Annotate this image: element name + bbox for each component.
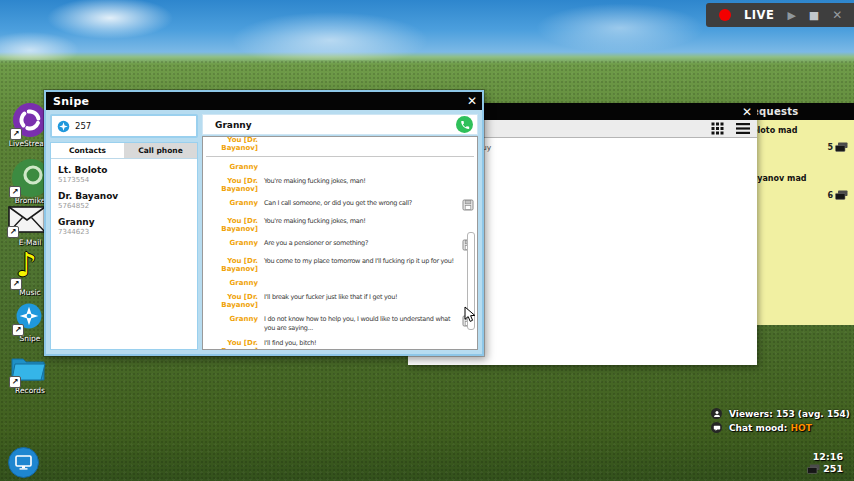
music-note-icon: ♪ — [16, 248, 37, 281]
message-sender: You [Dr. Bayanov] — [206, 136, 258, 152]
message-text: Are you a pensioner or something? — [258, 239, 458, 251]
message-sender: You [Dr. Bayanov] — [206, 217, 258, 233]
message-text: I'll break your fucker just like that if… — [258, 293, 458, 309]
request-item: Boloto mad5 — [740, 124, 854, 152]
shortcut-arrow-icon: ↗ — [12, 324, 24, 336]
chat-bubble-icon — [711, 422, 722, 433]
hud: 12:16 251 — [807, 451, 843, 474]
snipe-balance-value: 257 — [75, 121, 91, 131]
chat-mood-label: Chat mood: — [729, 423, 787, 433]
message-icon-slot — [458, 177, 474, 193]
message-sender: Granny — [206, 239, 258, 251]
contact-list: Lt. Boloto5173554Dr. Bayanov5764852Grann… — [51, 159, 197, 349]
snipe-window-title: Snipe — [46, 95, 89, 108]
message-icon-slot — [458, 136, 474, 152]
request-reward: 5 — [746, 142, 848, 152]
request-reward-value: 6 — [827, 191, 833, 200]
monitor-icon — [15, 455, 32, 470]
phone-save-icon — [462, 199, 474, 211]
message-text: You come to my place tomorrow and I'll f… — [258, 257, 458, 273]
shortcut-arrow-icon: ↗ — [9, 376, 21, 388]
contact-number: 7344623 — [58, 228, 190, 236]
live-bar: LIVE ▶ ■ ✕ — [706, 3, 854, 27]
message-sender: Granny — [206, 279, 258, 287]
close-icon[interactable]: ✕ — [462, 94, 482, 108]
request-item: Bayanov mad6 — [740, 172, 854, 200]
chat-message: GrannyAre you a pensioner or something? — [206, 239, 474, 251]
request-label: Bayanov mad — [746, 174, 848, 183]
message-text: Can I call someone, or did you get the w… — [258, 199, 458, 211]
message-phone-icon[interactable] — [458, 199, 474, 211]
contact-item[interactable]: Dr. Bayanov5764852 — [58, 191, 190, 210]
tab-call-phone[interactable]: Call phone — [124, 143, 197, 158]
message-icon-slot — [458, 217, 474, 233]
snipe-logo-icon — [57, 120, 70, 133]
chat-message: Granny — [206, 163, 474, 171]
viewers-person-icon — [711, 408, 722, 419]
chat-message: You [Dr. Bayanov]You're making fucking j… — [206, 177, 474, 193]
message-text: You're making fucking jokes, man! — [258, 217, 458, 233]
shortcut-music[interactable]: ♪ — [16, 248, 37, 281]
chat-message: You [Dr. Bayanov]I'll break your fucker … — [206, 293, 474, 309]
message-text — [258, 163, 458, 171]
contact-item[interactable]: Granny7344623 — [58, 217, 190, 236]
requests-titlebar: Requests — [740, 103, 854, 120]
chat-scrollbar[interactable] — [467, 232, 475, 330]
snipe-titlebar[interactable]: Snipe ✕ — [46, 92, 482, 110]
menu-icon[interactable] — [736, 123, 750, 134]
chat-message: GrannyI do not know how to help you, I w… — [206, 315, 474, 333]
phone-handset-icon — [460, 120, 470, 130]
requests-list: Boloto mad5 Bayanov mad6 — [740, 120, 854, 325]
contact-name: Granny — [58, 217, 190, 227]
play-icon[interactable]: ▶ — [787, 9, 795, 22]
stop-icon[interactable]: ■ — [809, 9, 819, 22]
chat-message: GrannyCan I call someone, or did you get… — [206, 199, 474, 211]
message-text — [258, 136, 458, 152]
chat-message: You [Dr. Bayanov] — [206, 136, 474, 152]
shortcut-arrow-icon: ↗ — [10, 128, 22, 140]
chat-message: Granny — [206, 279, 474, 287]
call-button[interactable] — [456, 116, 473, 133]
contact-name: Dr. Bayanov — [58, 191, 190, 201]
chat-header: Granny — [202, 114, 478, 135]
message-text: I'll find you, bitch! — [258, 339, 458, 350]
message-icon-slot — [458, 163, 474, 171]
message-sender: You [Dr. Bayanov] — [206, 177, 258, 193]
requests-panel: Requests Boloto mad5 Bayanov mad6 — [740, 103, 854, 325]
message-text — [258, 279, 458, 287]
snipe-tabs: Contacts Call phone — [51, 143, 197, 159]
request-reward: 6 — [746, 190, 848, 200]
shortcut-arrow-icon: ↗ — [9, 186, 21, 198]
close-icon[interactable]: ✕ — [832, 8, 842, 22]
message-sender: Granny — [206, 163, 258, 171]
message-sender: You [Dr. Bayanov] — [206, 339, 258, 350]
chat-message: You [Dr. Bayanov]I'll find you, bitch! — [206, 339, 474, 350]
money-icon — [807, 464, 820, 474]
show-desktop-button[interactable] — [8, 447, 39, 478]
stream-stats: Viewers: 153 (avg. 154) Chat mood: HOT — [711, 408, 850, 436]
contact-name: Lt. Boloto — [58, 165, 190, 175]
clock: 12:16 — [807, 451, 843, 462]
tab-contacts[interactable]: Contacts — [51, 143, 124, 158]
contact-item[interactable]: Lt. Boloto5173554 — [58, 165, 190, 184]
chat-divider — [206, 156, 474, 157]
chat-message: You [Dr. Bayanov]You're making fucking j… — [206, 217, 474, 233]
desktop: ↗ LiveStream ↗ Bromike ↗ E-Mail ♪ ↗ Musi… — [0, 0, 854, 481]
grid-view-icon[interactable] — [711, 122, 724, 135]
message-sender: Granny — [206, 315, 258, 333]
close-icon[interactable]: ✕ — [737, 105, 757, 119]
viewers-text: Viewers: 153 (avg. 154) — [729, 409, 850, 419]
message-text: You're making fucking jokes, man! — [258, 177, 458, 193]
contact-number: 5173554 — [58, 176, 190, 184]
chat-messages: You [Dr. Bayanov]GrannyYou [Dr. Bayanov]… — [206, 136, 474, 350]
viewers-row: Viewers: 153 (avg. 154) — [711, 408, 850, 419]
shortcut-arrow-icon: ↗ — [7, 226, 19, 238]
message-icon-slot — [458, 339, 474, 350]
snipe-window: Snipe ✕ 257 Contacts Call phone Lt. — [44, 90, 484, 356]
request-label: Boloto mad — [746, 126, 848, 135]
chat-message: You [Dr. Bayanov]You come to my place to… — [206, 257, 474, 273]
chat-window: You [Dr. Bayanov]GrannyYou [Dr. Bayanov]… — [202, 136, 478, 350]
snipe-balance: 257 — [50, 114, 198, 138]
snipe-left-pane: 257 Contacts Call phone Lt. Boloto517355… — [50, 114, 198, 350]
message-sender: You [Dr. Bayanov] — [206, 293, 258, 309]
